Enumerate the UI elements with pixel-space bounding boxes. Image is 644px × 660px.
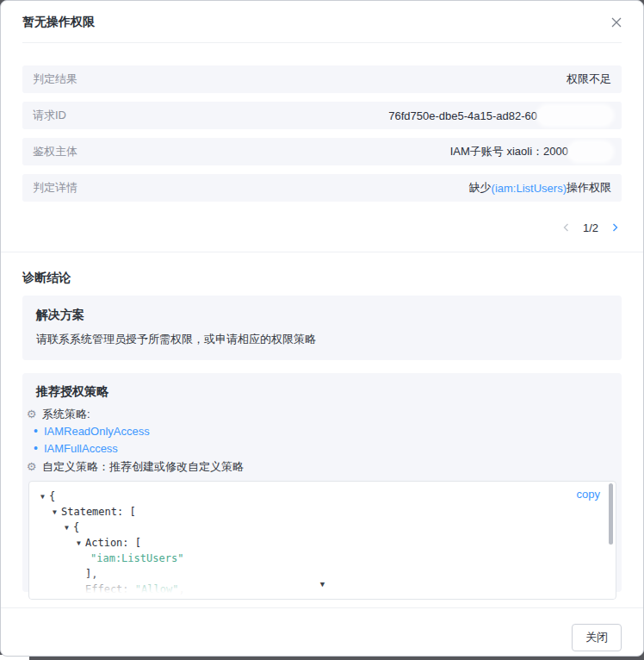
chevron-right-icon[interactable] bbox=[608, 221, 622, 234]
row-verdict-result: 判定结果 权限不足 bbox=[22, 65, 622, 93]
collapse-toggle-icon[interactable]: ▼ bbox=[77, 536, 85, 551]
recommend-panel: 推荐授权策略 ⚙ 系统策略: • IAMReadOnlyAccess • IAM… bbox=[22, 373, 622, 592]
policy-link-iamfullaccess[interactable]: IAMFullAccess bbox=[44, 441, 118, 456]
code-line: ▼{ bbox=[29, 489, 616, 504]
collapse-toggle-icon[interactable]: ▼ bbox=[40, 489, 49, 505]
row-value: IAM子账号 xiaoli：2000 bbox=[450, 143, 611, 160]
expand-more-icon[interactable]: ▼ bbox=[320, 581, 325, 588]
auth-subject-text: IAM子账号 xiaoli：2000 bbox=[450, 144, 568, 159]
system-policy-label: 系统策略: bbox=[42, 407, 90, 421]
bullet-icon: • bbox=[34, 441, 38, 456]
recommend-title: 推荐授权策略 bbox=[36, 383, 608, 399]
detail-prefix: 缺少 bbox=[469, 180, 492, 196]
code-line: "iam:ListUsers" bbox=[29, 551, 616, 566]
custom-policy-label: 自定义策略：推荐创建或修改自定义策略 bbox=[42, 459, 244, 474]
policy-link-iamreadonlyaccess[interactable]: IAMReadOnlyAccess bbox=[44, 424, 150, 439]
detail-suffix: 操作权限 bbox=[567, 180, 611, 196]
close-button[interactable]: 关闭 bbox=[572, 624, 622, 651]
permission-dialog: 暂无操作权限 判定结果 权限不足 请求ID 76fd750e-dbe5-4a15… bbox=[0, 0, 644, 657]
redacted-blur bbox=[539, 107, 611, 124]
dialog-header: 暂无操作权限 bbox=[22, 1, 622, 43]
bullet-icon: • bbox=[34, 424, 38, 439]
diagnosis-heading: 诊断结论 bbox=[22, 269, 622, 286]
row-verdict-detail: 判定详情 缺少 (iam:ListUsers) 操作权限 bbox=[22, 174, 622, 202]
row-value: 76fd750e-dbe5-4a15-ad82-60 bbox=[388, 107, 611, 124]
policy-json-viewer: ▼{ ▼Statement: [ ▼{ ▼Action: [ "iam:List… bbox=[28, 481, 616, 600]
policy-list-item: • IAMReadOnlyAccess bbox=[34, 424, 618, 439]
gear-icon: ⚙ bbox=[26, 407, 37, 421]
row-auth-subject: 鉴权主体 IAM子账号 xiaoli：2000 bbox=[22, 138, 622, 165]
collapse-toggle-icon[interactable]: ▼ bbox=[53, 505, 61, 520]
code-line: ▼Resource: [ bbox=[29, 597, 616, 600]
solution-body: 请联系系统管理员授予所需权限，或申请相应的权限策略 bbox=[36, 332, 608, 346]
policy-list-item: • IAMFullAccess bbox=[34, 441, 618, 456]
dialog-title: 暂无操作权限 bbox=[22, 15, 95, 30]
redacted-blur bbox=[570, 143, 611, 160]
request-id-text: 76fd750e-dbe5-4a15-ad82-60 bbox=[388, 109, 537, 122]
row-label: 请求ID bbox=[33, 108, 66, 123]
page-indicator: 1/2 bbox=[583, 221, 598, 234]
gear-icon: ⚙ bbox=[26, 459, 37, 474]
row-label: 判定详情 bbox=[33, 180, 77, 196]
copy-button[interactable]: copy bbox=[577, 488, 600, 501]
pagination: 1/2 bbox=[22, 217, 622, 238]
code-line: ▼{ bbox=[29, 520, 616, 535]
action-permission-link[interactable]: (iam:ListUsers) bbox=[492, 182, 567, 195]
row-value: 权限不足 bbox=[567, 72, 611, 87]
json-string: "Allow" bbox=[135, 583, 179, 595]
system-policy-row: ⚙ 系统策略: bbox=[26, 407, 618, 421]
collapse-toggle-icon[interactable]: ▼ bbox=[65, 520, 73, 536]
dialog-footer: 关闭 bbox=[1, 608, 643, 651]
solution-title: 解决方案 bbox=[36, 307, 608, 322]
section-divider bbox=[1, 252, 643, 252]
json-string: "iam:ListUsers" bbox=[90, 552, 183, 564]
row-value: 缺少 (iam:ListUsers) 操作权限 bbox=[469, 180, 611, 196]
verdict-rows: 判定结果 权限不足 请求ID 76fd750e-dbe5-4a15-ad82-6… bbox=[22, 65, 622, 202]
row-request-id: 请求ID 76fd750e-dbe5-4a15-ad82-60 bbox=[22, 102, 622, 129]
code-line: ▼Statement: [ bbox=[29, 504, 616, 520]
scrollbar-thumb[interactable] bbox=[609, 483, 613, 545]
close-icon[interactable] bbox=[608, 14, 625, 31]
collapse-toggle-icon[interactable]: ▼ bbox=[72, 598, 81, 600]
chevron-left-icon[interactable] bbox=[560, 221, 573, 234]
row-label: 判定结果 bbox=[33, 72, 77, 87]
solution-panel: 解决方案 请联系系统管理员授予所需权限，或申请相应的权限策略 bbox=[22, 296, 622, 360]
custom-policy-row: ⚙ 自定义策略：推荐创建或修改自定义策略 bbox=[26, 459, 618, 474]
row-label: 鉴权主体 bbox=[33, 144, 77, 159]
code-line: ▼Action: [ bbox=[29, 535, 616, 551]
